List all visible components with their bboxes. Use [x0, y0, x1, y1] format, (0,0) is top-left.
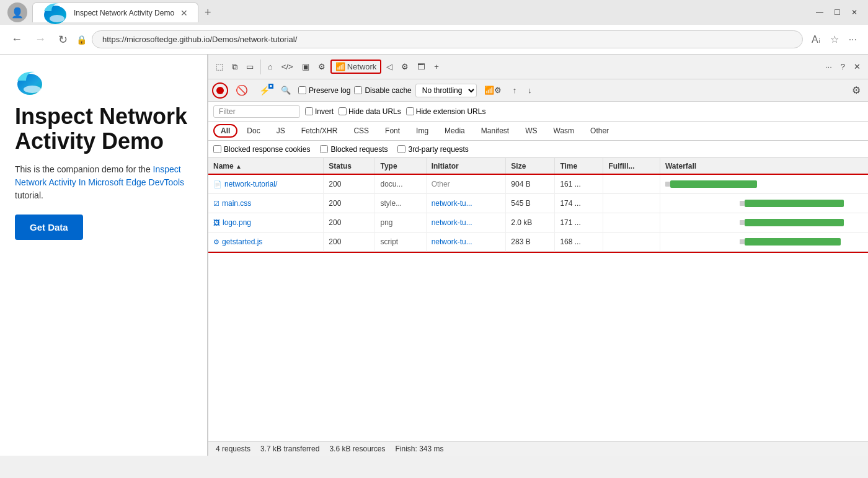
blocked-requests-checkbox[interactable] — [320, 145, 328, 153]
panel-settings-gear[interactable]: ⚙ — [397, 60, 412, 74]
favorites-button[interactable]: ☆ — [826, 30, 843, 49]
col-name[interactable]: Name ▲ — [208, 158, 324, 175]
upload-button[interactable]: ↑ — [509, 84, 521, 97]
col-size[interactable]: Size — [506, 158, 555, 175]
type-filter-img[interactable]: Img — [409, 125, 435, 137]
disable-cache-label[interactable]: Disable cache — [354, 86, 411, 95]
col-time[interactable]: Time — [555, 158, 603, 175]
table-row[interactable]: 🖼logo.png200pngnetwork-tu...2.0 kB171 ..… — [208, 213, 868, 232]
third-party-checkbox[interactable] — [397, 145, 405, 153]
type-filter-wasm[interactable]: Wasm — [547, 125, 582, 137]
search-button[interactable]: 🔍 — [277, 84, 294, 97]
minimize-button[interactable]: — — [813, 6, 826, 19]
table-row[interactable]: ☑main.css200style...network-tu...545 B17… — [208, 194, 868, 213]
cell-name: ⚙getstarted.js — [213, 237, 318, 246]
panel-console[interactable]: ⧉ — [228, 60, 241, 74]
title-bar: 👤 Inspect Network Activity Demo ✕ + — — [0, 0, 868, 25]
cell-initiator: network-tu... — [426, 194, 506, 213]
table-row[interactable]: 📄network-tutorial/200docu...Other904 B16… — [208, 175, 868, 194]
col-type[interactable]: Type — [375, 158, 426, 175]
new-tab-button[interactable]: + — [200, 4, 216, 22]
devtools-close-button[interactable]: ✕ — [850, 60, 864, 74]
panel-bug[interactable]: ⚙︎ — [314, 60, 329, 74]
hide-data-urls-checkbox[interactable] — [339, 107, 347, 115]
preserve-log-checkbox[interactable] — [298, 86, 306, 94]
filter-toggle-button[interactable]: ⚡ ● — [255, 84, 273, 97]
back-button[interactable]: ← — [7, 29, 26, 50]
disable-cache-checkbox[interactable] — [354, 86, 362, 94]
desc-before: This is the companion demo for the — [15, 164, 153, 174]
type-filter-font[interactable]: Font — [378, 125, 407, 137]
table-body: 📄network-tutorial/200docu...Other904 B16… — [208, 175, 868, 252]
col-status[interactable]: Status — [324, 158, 375, 175]
panel-network[interactable]: 📶 Network — [330, 60, 382, 74]
waterfall-bar — [745, 200, 844, 207]
hide-extension-urls-checkbox[interactable] — [406, 107, 414, 115]
help-button[interactable]: ? — [837, 60, 849, 74]
type-filter-js[interactable]: JS — [270, 125, 292, 137]
panel-perf[interactable]: ◁ — [383, 60, 396, 74]
active-tab[interactable]: Inspect Network Activity Demo ✕ — [32, 2, 198, 22]
cell-size: 2.0 kB — [506, 213, 555, 232]
record-button[interactable] — [212, 82, 228, 99]
forward-button[interactable]: → — [31, 29, 50, 50]
more-button[interactable]: ··· — [845, 30, 861, 49]
blocked-requests-label[interactable]: Blocked requests — [320, 145, 388, 154]
tab-close-button[interactable]: ✕ — [178, 7, 190, 19]
hide-data-urls-label[interactable]: Hide data URLs — [339, 107, 401, 116]
panel-app[interactable]: 🗔 — [414, 60, 429, 74]
download-button[interactable]: ↓ — [524, 84, 536, 97]
panel-add[interactable]: + — [430, 60, 443, 74]
invert-checkbox[interactable] — [305, 107, 313, 115]
type-filter-media[interactable]: Media — [438, 125, 472, 137]
tab-title: Inspect Network Activity Demo — [74, 9, 174, 17]
more-panels-button[interactable]: ··· — [822, 60, 836, 74]
blocked-requests-text: Blocked requests — [330, 145, 388, 154]
network-table: Name ▲ Status Type Initiator Size Time F… — [208, 158, 868, 441]
close-button[interactable]: ✕ — [848, 6, 861, 19]
blocked-cookies-label[interactable]: Blocked response cookies — [213, 145, 310, 154]
type-filter-ws[interactable]: WS — [518, 125, 544, 137]
type-filter-manifest[interactable]: Manifest — [474, 125, 516, 137]
type-filter-css[interactable]: CSS — [347, 125, 376, 137]
clear-button[interactable]: 🚫 — [232, 82, 252, 98]
col-waterfall[interactable]: Waterfall — [660, 158, 868, 175]
cell-time: 171 ... — [555, 213, 603, 232]
hide-extension-urls-label[interactable]: Hide extension URLs — [406, 107, 486, 116]
refresh-button[interactable]: ↻ — [55, 29, 71, 50]
panel-capture[interactable]: ▣ — [298, 60, 313, 74]
network-settings-button[interactable]: ⚙ — [848, 82, 864, 98]
throttle-select[interactable]: No throttling Fast 3G Slow 3G Offline — [415, 84, 477, 97]
type-filter-doc[interactable]: Doc — [240, 125, 267, 137]
preserve-log-label[interactable]: Preserve log — [298, 86, 350, 95]
url-input[interactable] — [92, 30, 803, 48]
panel-code[interactable]: </> — [278, 60, 297, 74]
add-panel-icon: + — [434, 62, 439, 71]
elements-icon: ⬚ — [216, 62, 223, 71]
panel-home[interactable]: ⌂ — [264, 60, 277, 74]
devtools-toolbar: ⬚ ⧉ ▭ ⌂ </> ▣ ⚙︎ 📶 Network — [208, 55, 868, 79]
preserve-log-text: Preserve log — [309, 86, 350, 95]
table-row[interactable]: ⚙getstarted.js200scriptnetwork-tu...283 … — [208, 232, 868, 252]
col-initiator[interactable]: Initiator — [426, 158, 506, 175]
maximize-button[interactable]: ☐ — [831, 6, 843, 19]
third-party-label[interactable]: 3rd-party requests — [397, 145, 468, 154]
filter-input[interactable] — [213, 105, 300, 118]
get-data-button[interactable]: Get Data — [15, 215, 83, 240]
invert-label[interactable]: Invert — [305, 107, 334, 116]
waterfall-waiting-bar — [740, 201, 745, 206]
tab-bar: 👤 Inspect Network Activity Demo ✕ + — — [5, 1, 863, 24]
waterfall-bar — [745, 219, 844, 226]
col-fulfill[interactable]: Fulfill... — [603, 158, 660, 175]
read-aloud-button[interactable]: Aᵢ — [808, 30, 824, 49]
online-settings-button[interactable]: 📶⚙ — [480, 84, 505, 97]
edge-logo — [15, 67, 192, 97]
type-filter-all[interactable]: All — [213, 124, 237, 138]
panel-sources[interactable]: ▭ — [242, 60, 257, 74]
network-wifi-icon: 📶 — [335, 62, 345, 71]
blocked-cookies-checkbox[interactable] — [213, 145, 221, 153]
profile-icon[interactable]: 👤 — [7, 2, 27, 22]
type-filter-other[interactable]: Other — [583, 125, 616, 137]
type-filter-fetch-xhr[interactable]: Fetch/XHR — [294, 125, 345, 137]
panel-elements[interactable]: ⬚ — [212, 60, 227, 74]
